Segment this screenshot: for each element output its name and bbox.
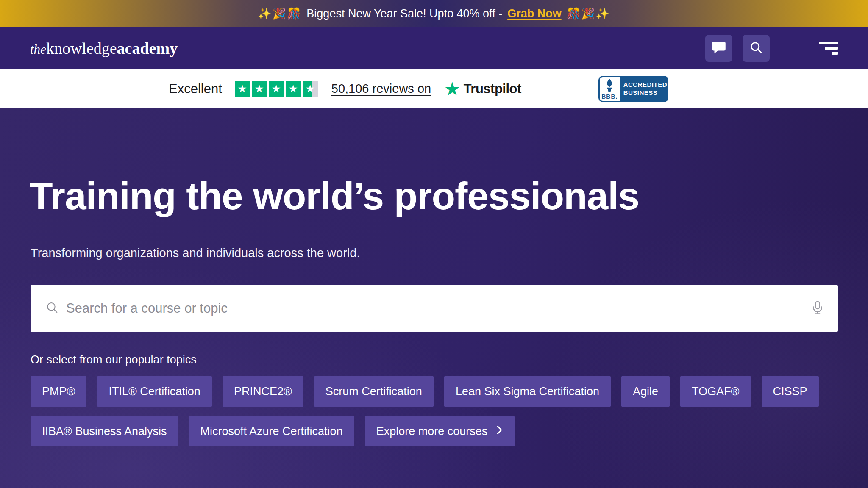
reviews-count-link[interactable]: 50,106 reviews on bbox=[331, 82, 431, 96]
bbb-text-panel: ACCREDITED BUSINESS bbox=[620, 77, 667, 101]
promo-banner-text: Biggest New Year Sale! Upto 40% off - bbox=[306, 7, 502, 20]
search-input[interactable] bbox=[66, 301, 810, 316]
bbb-business-label: BUSINESS bbox=[623, 89, 667, 97]
course-search-bar bbox=[31, 285, 838, 332]
search-icon bbox=[748, 40, 764, 56]
bbb-abbr-label: BBB. bbox=[601, 94, 618, 100]
logo-academy: academy bbox=[117, 39, 178, 58]
topic-cissp[interactable]: CISSP bbox=[762, 376, 819, 407]
bbb-torch-icon bbox=[605, 79, 614, 93]
promo-banner: ✨🎉🎊 Biggest New Year Sale! Upto 40% off … bbox=[0, 0, 868, 27]
search-icon bbox=[45, 300, 59, 316]
site-header: theknowledgeacademy bbox=[0, 27, 868, 69]
star-icon-partial: ★ bbox=[303, 81, 318, 97]
topic-prince2[interactable]: PRINCE2® bbox=[223, 376, 303, 407]
star-icon: ★ bbox=[235, 81, 250, 97]
topic-iiba-business-analysis[interactable]: IIBA® Business Analysis bbox=[31, 416, 178, 446]
search-toggle-button[interactable] bbox=[743, 35, 770, 62]
topic-lean-six-sigma-certification[interactable]: Lean Six Sigma Certification bbox=[444, 376, 611, 407]
topics-row-1: PMP® ITIL® Certification PRINCE2® Scrum … bbox=[31, 376, 819, 407]
sparkle-party-emoji-left: ✨🎉🎊 bbox=[258, 7, 301, 20]
bbb-logo-panel: BBB. bbox=[600, 77, 620, 101]
topic-scrum-certification[interactable]: Scrum Certification bbox=[314, 376, 434, 407]
hero-subtitle: Transforming organizations and individua… bbox=[31, 246, 360, 260]
knowledge-academy-logo[interactable]: theknowledgeacademy bbox=[30, 39, 178, 58]
chat-button[interactable] bbox=[705, 35, 732, 62]
topic-agile[interactable]: Agile bbox=[621, 376, 670, 407]
topic-itil-certification[interactable]: ITIL® Certification bbox=[97, 376, 211, 407]
bbb-accredited-badge[interactable]: BBB. ACCREDITED BUSINESS bbox=[598, 76, 668, 102]
bbb-accredited-label: ACCREDITED bbox=[623, 81, 667, 89]
trust-bar: Excellent ★ ★ ★ ★ ★ 50,106 reviews on ★ … bbox=[0, 69, 868, 108]
topics-row-2: IIBA® Business Analysis Microsoft Azure … bbox=[31, 416, 515, 446]
hero-section: Training the world’s professionals Trans… bbox=[0, 108, 868, 488]
microphone-icon[interactable] bbox=[810, 300, 825, 317]
trustpilot-wordmark: Trustpilot bbox=[464, 81, 521, 97]
chevron-right-icon bbox=[493, 424, 505, 439]
topic-togaf[interactable]: TOGAF® bbox=[680, 376, 751, 407]
explore-more-courses-button[interactable]: Explore more courses bbox=[365, 416, 515, 446]
star-icon: ★ bbox=[286, 81, 301, 97]
page-title: Training the world’s professionals bbox=[29, 174, 639, 219]
trustpilot-excellent-label: Excellent bbox=[169, 81, 222, 97]
topic-pmp[interactable]: PMP® bbox=[31, 376, 86, 407]
star-icon: ★ bbox=[252, 81, 267, 97]
header-actions bbox=[705, 35, 838, 62]
logo-knowledge: knowledge bbox=[46, 39, 117, 58]
sparkle-party-emoji-right: 🎊🎉✨ bbox=[567, 7, 610, 20]
explore-more-courses-label: Explore more courses bbox=[376, 425, 488, 438]
hamburger-icon bbox=[819, 42, 838, 44]
popular-topics-label: Or select from our popular topics bbox=[31, 353, 197, 366]
star-icon: ★ bbox=[269, 81, 284, 97]
speech-bubble-icon bbox=[711, 40, 726, 56]
topic-microsoft-azure-certification[interactable]: Microsoft Azure Certification bbox=[189, 416, 354, 446]
menu-button[interactable] bbox=[819, 42, 838, 55]
trustpilot-logo[interactable]: ★ Trustpilot bbox=[444, 80, 521, 98]
trustpilot-rating-group: Excellent ★ ★ ★ ★ ★ 50,106 reviews on ★ … bbox=[169, 69, 521, 108]
trustpilot-stars[interactable]: ★ ★ ★ ★ ★ bbox=[235, 81, 318, 97]
trustpilot-star-icon: ★ bbox=[444, 80, 460, 98]
logo-the: the bbox=[30, 42, 46, 57]
grab-now-link[interactable]: Grab Now bbox=[507, 7, 562, 20]
